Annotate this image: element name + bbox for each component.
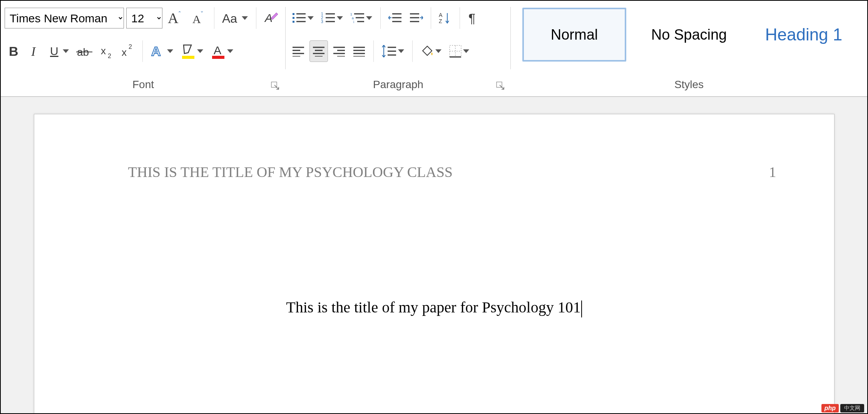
svg-text:ˇ: ˇ <box>201 11 203 17</box>
svg-text:ˆ: ˆ <box>179 11 181 17</box>
borders-icon <box>449 45 462 58</box>
page-header: THIS IS THE TITLE OF MY PSYCHOLOGY CLASS… <box>128 164 776 180</box>
svg-text:U: U <box>50 45 59 57</box>
group-label-font: Font <box>132 78 154 91</box>
group-font: Times New Roman 12 Aˆ Aˇ <box>1 1 286 96</box>
superscript-icon: x2 <box>121 43 135 59</box>
pilcrow-icon: ¶ <box>468 11 479 25</box>
svg-text:B: B <box>9 44 18 58</box>
svg-text:¶: ¶ <box>468 11 475 25</box>
font-dialog-launcher[interactable] <box>271 82 279 90</box>
document-area: THIS IS THE TITLE OF MY PSYCHOLOGY CLASS… <box>1 97 867 414</box>
italic-button[interactable]: I <box>25 40 44 63</box>
style-heading-1[interactable]: Heading 1 <box>752 8 856 62</box>
numbering-button[interactable]: 123 <box>319 7 346 30</box>
italic-icon: I <box>29 43 40 59</box>
align-right-button[interactable] <box>330 40 348 62</box>
clear-formatting-button[interactable]: A <box>262 7 282 30</box>
grow-font-button[interactable]: Aˆ <box>165 7 186 30</box>
underline-icon: U <box>49 43 62 59</box>
group-label-paragraph: Paragraph <box>373 78 423 91</box>
separator <box>431 7 431 29</box>
increase-indent-icon <box>409 12 423 24</box>
svg-text:x: x <box>122 47 127 58</box>
watermark-right: 中文网 <box>840 404 864 412</box>
decrease-indent-button[interactable] <box>386 7 405 29</box>
subscript-button[interactable]: x2 <box>98 40 116 63</box>
underline-button[interactable]: U <box>46 40 72 63</box>
svg-rect-16 <box>182 56 194 59</box>
chevron-down-icon <box>167 49 174 53</box>
change-case-icon: Aa <box>222 10 241 26</box>
group-paragraph: 123 1ai AZ <box>286 1 511 96</box>
grow-font-icon: Aˆ <box>167 10 183 26</box>
borders-button[interactable] <box>447 40 472 63</box>
separator <box>380 7 381 29</box>
style-label: Normal <box>551 27 598 43</box>
document-body[interactable]: This is the title of my paper for Psycho… <box>34 298 834 317</box>
bold-button[interactable]: B <box>5 40 23 63</box>
align-center-button[interactable] <box>309 40 328 62</box>
group-styles: Normal No Spacing Heading 1 Styles <box>511 1 867 96</box>
separator <box>373 40 374 62</box>
separator <box>214 7 214 29</box>
svg-text:A: A <box>439 12 443 18</box>
ribbon: Times New Roman 12 Aˆ Aˇ <box>1 1 867 97</box>
style-normal[interactable]: Normal <box>522 8 626 62</box>
svg-text:a: a <box>352 16 354 20</box>
align-left-button[interactable] <box>289 40 307 62</box>
font-color-button[interactable]: A <box>208 40 236 63</box>
separator <box>460 7 460 29</box>
chevron-down-icon <box>241 16 248 20</box>
text-effects-button[interactable]: A <box>148 40 176 63</box>
style-no-spacing[interactable]: No Spacing <box>637 8 741 62</box>
chevron-down-icon <box>307 16 314 20</box>
style-label: Heading 1 <box>765 25 843 44</box>
running-head-text: THIS IS THE TITLE OF MY PSYCHOLOGY CLASS <box>128 164 453 180</box>
separator <box>256 7 256 29</box>
chevron-down-icon <box>336 16 343 20</box>
svg-text:i: i <box>353 20 354 24</box>
svg-text:A: A <box>168 10 179 26</box>
shrink-font-icon: Aˇ <box>190 10 206 26</box>
svg-text:1: 1 <box>350 12 352 16</box>
font-name-select[interactable]: Times New Roman <box>5 8 124 28</box>
strikethrough-icon: ab <box>76 43 93 59</box>
group-label-styles: Styles <box>674 78 704 91</box>
line-spacing-button[interactable] <box>379 40 407 63</box>
page[interactable]: THIS IS THE TITLE OF MY PSYCHOLOGY CLASS… <box>34 114 835 414</box>
shading-button[interactable] <box>418 40 444 63</box>
text-effects-icon: A <box>151 43 166 59</box>
svg-rect-20 <box>293 13 294 15</box>
sort-button[interactable]: AZ <box>437 7 454 29</box>
strikethrough-button[interactable]: ab <box>74 40 95 63</box>
align-left-icon <box>292 46 305 57</box>
svg-text:2: 2 <box>108 53 111 59</box>
superscript-button[interactable]: x2 <box>119 40 137 63</box>
justify-button[interactable] <box>350 40 368 62</box>
chevron-down-icon <box>227 49 234 53</box>
highlight-button[interactable] <box>178 40 206 63</box>
svg-text:I: I <box>31 44 36 58</box>
shrink-font-button[interactable]: Aˇ <box>188 7 209 30</box>
multilevel-list-icon: 1ai <box>350 12 365 25</box>
separator <box>142 40 143 62</box>
line-spacing-icon <box>381 45 397 57</box>
bold-icon: B <box>7 43 20 59</box>
chevron-down-icon <box>62 49 69 53</box>
bullets-button[interactable] <box>289 7 316 30</box>
increase-indent-button[interactable] <box>407 7 425 29</box>
highlight-icon <box>181 43 196 60</box>
change-case-button[interactable]: Aa <box>220 7 251 30</box>
paint-bucket-icon <box>420 45 434 58</box>
font-size-select[interactable]: 12 <box>126 8 162 28</box>
svg-text:A: A <box>151 44 161 58</box>
paragraph-dialog-launcher[interactable] <box>496 82 505 90</box>
show-hide-marks-button[interactable]: ¶ <box>465 7 482 29</box>
sort-icon: AZ <box>439 12 452 25</box>
svg-text:2: 2 <box>129 43 132 50</box>
multilevel-list-button[interactable]: 1ai <box>348 7 375 30</box>
page-number: 1 <box>769 164 776 180</box>
chevron-down-icon <box>197 49 204 53</box>
svg-rect-21 <box>293 17 294 19</box>
